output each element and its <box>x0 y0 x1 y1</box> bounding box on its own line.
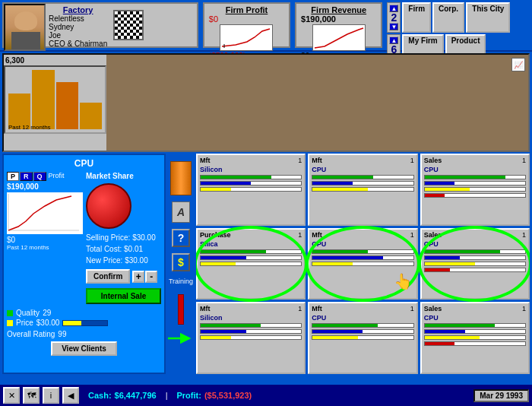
back-icon[interactable]: ◀ <box>62 387 79 404</box>
grid-cell-1[interactable]: Mft1CPU <box>308 154 417 226</box>
grid-cell-7[interactable]: Mft1CPU <box>308 302 417 374</box>
wood-block-icon <box>170 161 192 195</box>
tab-p[interactable]: P <box>7 172 19 181</box>
bar-fill-1-2 <box>312 188 368 191</box>
avatar-person: Joe <box>49 31 107 40</box>
cell-num-7: 1 <box>410 305 414 312</box>
date-display: Mar 29 1993 <box>473 389 529 402</box>
bar-fill-8-2 <box>425 336 480 339</box>
quality-label: Quality <box>16 309 40 317</box>
bar-fill-5-2 <box>425 262 475 265</box>
green-arrow-svg <box>168 331 195 346</box>
bar-6-0 <box>200 323 302 328</box>
cell-product-6: Silicon <box>200 314 302 322</box>
map-icon[interactable]: 🗺 <box>23 387 40 404</box>
new-price-value: $30.00 <box>125 256 148 265</box>
tab-r[interactable]: R <box>20 172 33 181</box>
cell-num-5: 1 <box>522 231 526 239</box>
chart-area: 6,300 Past 12 months 📈 <box>2 53 530 152</box>
close-icon[interactable]: ✕ <box>3 387 20 404</box>
red-training-bar <box>178 294 184 325</box>
cell-type-2: Sales <box>424 157 442 164</box>
info-icon[interactable]: i <box>43 387 59 404</box>
grid-cell-5[interactable]: Sales1CPU <box>420 228 530 300</box>
firm-revenue-value: $190,000 <box>301 14 376 24</box>
profit-value: ($5,531,923) <box>204 391 252 400</box>
avatar-name: Relentless <box>49 14 107 23</box>
bar-fill-1-1 <box>312 182 353 185</box>
separator: | <box>166 391 168 400</box>
bar-8-1 <box>424 329 526 334</box>
bar-5-0 <box>424 249 526 254</box>
avatar <box>4 4 46 51</box>
price-value: $30.00 <box>36 319 60 327</box>
corp-button[interactable]: Corp. <box>432 2 464 33</box>
bar-8-2 <box>424 335 526 340</box>
right-grid: Mft1SiliconMft1CPUSales1CPUPurchase1Sili… <box>196 154 530 374</box>
bar-fill-0-0 <box>201 176 271 179</box>
grid-cell-4[interactable]: Mft1CPU👆 <box>308 228 417 300</box>
firm-button[interactable]: Firm <box>402 2 431 33</box>
bar-0-1 <box>200 181 302 186</box>
cell-num-0: 1 <box>298 157 302 164</box>
plus-button[interactable]: + <box>132 271 144 283</box>
bar-group-4 <box>312 249 413 266</box>
bar-fill-7-0 <box>312 324 378 327</box>
bar-5-2 <box>424 262 526 266</box>
overall-label: Overall Rating <box>7 330 55 338</box>
grid-cell-0[interactable]: Mft1Silicon <box>196 154 306 226</box>
num1-down-arrow[interactable]: ▼ <box>389 23 398 30</box>
question-icon[interactable]: ? <box>172 229 190 247</box>
bar-fill-2-1 <box>425 182 455 185</box>
chart-image: 6,300 Past 12 months <box>4 55 106 144</box>
bar-8-3 <box>424 341 526 346</box>
bar-fill-3-0 <box>201 250 266 253</box>
quality-icon <box>7 310 13 316</box>
profit-mini-chart <box>7 192 83 234</box>
minus-button[interactable]: - <box>145 271 157 283</box>
bar-fill-4-2 <box>312 262 353 265</box>
cell-type-5: Sales <box>424 231 442 239</box>
market-share-label: Market Share <box>86 172 161 180</box>
cell-type-1: Mft <box>312 157 322 164</box>
bar-2-3 <box>424 193 526 198</box>
grid-cell-2[interactable]: Sales1CPU <box>420 154 530 226</box>
firm-profit-panel: Firm Profit $0 ($700,000) Past 12 months <box>203 2 290 48</box>
cell-header-8: Sales1 <box>424 305 526 312</box>
cpu-title: CPU <box>7 158 161 169</box>
internal-sale-button[interactable]: Internal Sale <box>86 288 161 304</box>
bar-8-0 <box>424 323 526 328</box>
firm-profit-chart <box>220 24 273 51</box>
market-share-circle <box>86 183 131 229</box>
cell-product-7: CPU <box>312 314 413 322</box>
firm-profit-value: $0 <box>209 14 284 24</box>
bar-3-0 <box>200 249 302 254</box>
view-clients-button[interactable]: View Clients <box>51 341 117 356</box>
bar-fill-2-0 <box>425 176 505 179</box>
this-city-button[interactable]: This City <box>466 2 510 33</box>
firm-revenue-chart <box>312 24 366 51</box>
cell-num-1: 1 <box>410 157 414 164</box>
bar-5-3 <box>424 268 526 272</box>
bar-fill-8-3 <box>425 342 455 345</box>
grid-cell-6[interactable]: Mft1Silicon <box>196 302 306 374</box>
confirm-button[interactable]: Confirm <box>86 269 130 284</box>
tab-q[interactable]: Q <box>33 172 46 181</box>
revenue-chart-svg <box>313 25 365 50</box>
cell-product-3: Silica <box>200 240 302 248</box>
dollar-icon[interactable]: $ <box>172 253 190 271</box>
bar-2 <box>32 70 54 129</box>
bar-fill-6-1 <box>201 330 246 333</box>
firm-profit-title: Firm Profit <box>209 5 284 14</box>
bar-fill-5-3 <box>425 268 450 271</box>
bar-group-6 <box>200 323 302 340</box>
selling-price-value: $30.00 <box>132 233 156 242</box>
bar-1-0 <box>312 175 413 179</box>
grid-cell-8[interactable]: Sales1CPU <box>420 302 530 374</box>
bar-5-1 <box>424 255 526 260</box>
bar-fill-4-0 <box>312 250 368 253</box>
bar-fill-0-1 <box>201 182 251 185</box>
bar-2-1 <box>424 181 526 186</box>
grid-cell-3[interactable]: Purchase1Silica <box>196 228 306 300</box>
svg-rect-5 <box>7 320 13 326</box>
